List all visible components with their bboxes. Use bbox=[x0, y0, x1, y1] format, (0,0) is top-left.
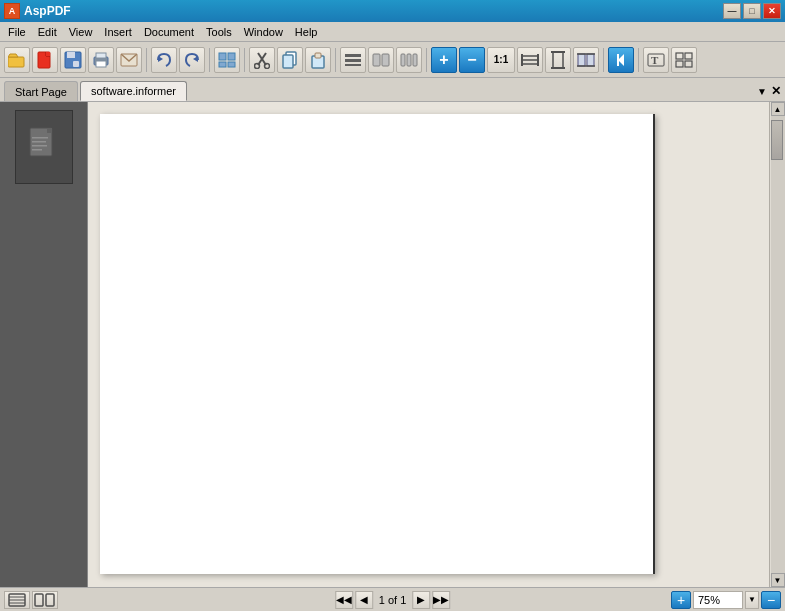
tab-software-informer[interactable]: software.informer bbox=[80, 81, 187, 101]
menu-item-file[interactable]: File bbox=[2, 24, 32, 40]
svg-point-19 bbox=[265, 63, 270, 68]
tab-close-button[interactable]: ✕ bbox=[771, 84, 781, 98]
zoom-in-button[interactable]: + bbox=[431, 47, 457, 73]
status-bar-wrapper: ◀◀ ◀ 1 of 1 ▶ ▶▶ + 75% ▼ − bbox=[4, 588, 781, 612]
multi-view-button[interactable] bbox=[32, 591, 58, 609]
undo-button[interactable] bbox=[151, 47, 177, 73]
svg-text:T: T bbox=[651, 54, 659, 66]
fit-width-button[interactable] bbox=[517, 47, 543, 73]
save-button[interactable] bbox=[60, 47, 86, 73]
svg-rect-5 bbox=[73, 61, 79, 67]
thumbnail-icon bbox=[29, 127, 59, 168]
menu-item-document[interactable]: Document bbox=[138, 24, 200, 40]
paste-button[interactable] bbox=[305, 47, 331, 73]
page-thumbnail[interactable] bbox=[15, 110, 73, 184]
separator-1 bbox=[146, 48, 147, 72]
right-scrollbar: ▲ ▼ bbox=[769, 102, 785, 587]
fit-page-button[interactable] bbox=[545, 47, 571, 73]
maximize-button[interactable]: □ bbox=[743, 3, 761, 19]
back-button[interactable] bbox=[608, 47, 634, 73]
view-covers-button[interactable] bbox=[396, 47, 422, 73]
svg-rect-26 bbox=[345, 64, 361, 66]
svg-rect-62 bbox=[46, 594, 54, 606]
svg-rect-8 bbox=[96, 61, 106, 67]
open-button[interactable] bbox=[4, 47, 30, 73]
fit-all-button[interactable] bbox=[573, 47, 599, 73]
view-mode-buttons bbox=[4, 591, 58, 609]
svg-rect-23 bbox=[315, 53, 321, 58]
separator-7 bbox=[638, 48, 639, 72]
view-double-button[interactable] bbox=[368, 47, 394, 73]
pages-view-button[interactable] bbox=[214, 47, 240, 73]
separator-4 bbox=[335, 48, 336, 72]
menu-item-help[interactable]: Help bbox=[289, 24, 324, 40]
svg-rect-61 bbox=[35, 594, 43, 606]
svg-rect-31 bbox=[413, 54, 417, 66]
redo-button[interactable] bbox=[179, 47, 205, 73]
svg-rect-15 bbox=[228, 62, 235, 67]
svg-rect-47 bbox=[676, 53, 683, 59]
tab-dropdown-button[interactable]: ▼ bbox=[757, 86, 767, 97]
single-view-button[interactable] bbox=[4, 591, 30, 609]
scroll-thumb[interactable] bbox=[771, 120, 783, 160]
copy-button[interactable] bbox=[277, 47, 303, 73]
print-button[interactable] bbox=[88, 47, 114, 73]
svg-rect-27 bbox=[373, 54, 380, 66]
zoom-actual-button[interactable]: 1:1 bbox=[487, 47, 515, 73]
svg-point-18 bbox=[255, 63, 260, 68]
toolbar: + − 1:1 T bbox=[0, 42, 785, 78]
svg-rect-14 bbox=[219, 62, 226, 67]
status-bar: ◀◀ ◀ 1 of 1 ▶ ▶▶ + 75% ▼ − bbox=[0, 587, 785, 611]
last-page-button[interactable]: ▶▶ bbox=[432, 591, 450, 609]
pdf-view-area bbox=[88, 102, 769, 587]
menu-item-edit[interactable]: Edit bbox=[32, 24, 63, 40]
zoom-out-status-button[interactable]: − bbox=[761, 591, 781, 609]
app-title: AspPDF bbox=[24, 4, 71, 18]
separator-3 bbox=[244, 48, 245, 72]
prev-page-button[interactable]: ◀ bbox=[355, 591, 373, 609]
svg-rect-2 bbox=[46, 52, 50, 56]
svg-rect-13 bbox=[228, 53, 235, 60]
grid-button[interactable] bbox=[671, 47, 697, 73]
svg-rect-30 bbox=[407, 54, 411, 66]
menu-item-tools[interactable]: Tools bbox=[200, 24, 238, 40]
svg-rect-7 bbox=[96, 53, 106, 58]
minimize-button[interactable]: — bbox=[723, 3, 741, 19]
svg-rect-53 bbox=[32, 137, 48, 139]
next-page-button[interactable]: ▶ bbox=[412, 591, 430, 609]
title-left: A AspPDF bbox=[4, 3, 71, 19]
email-button[interactable] bbox=[116, 47, 142, 73]
zoom-input[interactable]: 75% bbox=[693, 591, 743, 609]
svg-rect-0 bbox=[8, 57, 24, 67]
svg-rect-49 bbox=[676, 61, 683, 67]
pdf-page bbox=[100, 114, 655, 574]
menu-item-insert[interactable]: Insert bbox=[98, 24, 138, 40]
separator-5 bbox=[426, 48, 427, 72]
tab-start-page[interactable]: Start Page bbox=[4, 81, 78, 101]
close-button[interactable]: ✕ bbox=[763, 3, 781, 19]
menu-item-window[interactable]: Window bbox=[238, 24, 289, 40]
view-single-button[interactable] bbox=[340, 47, 366, 73]
svg-rect-48 bbox=[685, 53, 692, 59]
zoom-out-button[interactable]: − bbox=[459, 47, 485, 73]
first-page-button[interactable]: ◀◀ bbox=[335, 591, 353, 609]
zoom-dropdown-button[interactable]: ▼ bbox=[745, 591, 759, 609]
title-buttons: — □ ✕ bbox=[723, 3, 781, 19]
cut-button[interactable] bbox=[249, 47, 275, 73]
svg-rect-4 bbox=[67, 52, 75, 58]
svg-rect-36 bbox=[553, 52, 563, 68]
svg-rect-29 bbox=[401, 54, 405, 66]
svg-marker-11 bbox=[193, 56, 198, 62]
scroll-up-button[interactable]: ▲ bbox=[771, 102, 785, 116]
text-tool-button[interactable]: T bbox=[643, 47, 669, 73]
svg-rect-28 bbox=[382, 54, 389, 66]
new-pdf-button[interactable] bbox=[32, 47, 58, 73]
main-content: ▲ ▼ bbox=[0, 102, 785, 587]
separator-2 bbox=[209, 48, 210, 72]
zoom-in-status-button[interactable]: + bbox=[671, 591, 691, 609]
app-icon: A bbox=[4, 3, 20, 19]
scroll-down-button[interactable]: ▼ bbox=[771, 573, 785, 587]
menu-item-view[interactable]: View bbox=[63, 24, 99, 40]
svg-rect-39 bbox=[578, 54, 585, 66]
svg-rect-50 bbox=[685, 61, 692, 67]
